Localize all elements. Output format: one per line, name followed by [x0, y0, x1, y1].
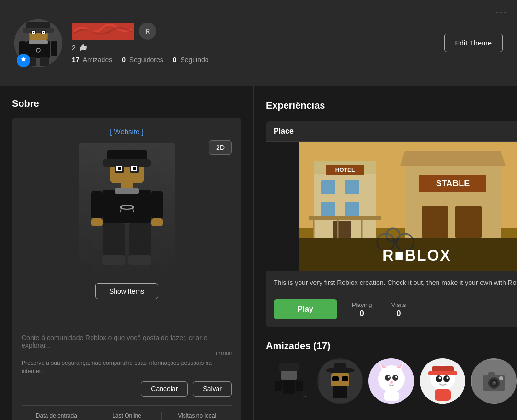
svg-text:STABLE: STABLE	[436, 179, 470, 188]
svg-rect-26	[118, 167, 121, 170]
visits-meta: Visits 0	[391, 301, 406, 318]
svg-text:HOTEL: HOTEL	[335, 167, 355, 173]
visits-stat: Visitas no local 0	[162, 412, 232, 420]
avatar-3d-container: 2D	[22, 140, 232, 274]
visits-label: Visitas no local	[162, 412, 232, 419]
save-button[interactable]: Salvar	[193, 381, 232, 397]
svg-rect-88	[296, 381, 303, 391]
stat-following: 0 Seguindo	[173, 56, 209, 64]
svg-rect-96	[333, 386, 347, 398]
sobre-card: [ Website ]	[12, 118, 241, 420]
svg-rect-86	[283, 380, 295, 394]
action-buttons: Cancelar Salvar	[22, 381, 232, 397]
svg-point-98	[378, 365, 405, 392]
friend-avatar[interactable]	[420, 358, 465, 404]
last-online-label: Last Online	[92, 412, 162, 419]
profile-stats-table: Data de entrada 01/05/2020 Last Online N…	[22, 405, 232, 420]
stat-friends: 17 Amizades	[72, 56, 112, 64]
svg-rect-57	[321, 202, 335, 216]
username-tag-icon: R	[139, 23, 156, 40]
svg-rect-122	[488, 372, 495, 376]
svg-point-107	[390, 381, 393, 384]
svg-point-103	[385, 375, 391, 381]
svg-rect-39	[129, 223, 151, 259]
header-more-options[interactable]: ···	[496, 7, 507, 17]
friend-item	[266, 358, 311, 411]
friend-item	[471, 358, 517, 411]
friend-item	[368, 358, 414, 411]
svg-rect-21	[103, 159, 151, 167]
stat-followers: 0 Seguidores	[122, 56, 163, 64]
entry-date-stat: Data de entrada 01/05/2020	[22, 412, 92, 420]
friends-header: Amizades (17) Ver todos →	[266, 341, 517, 352]
friend-avatar[interactable]	[317, 358, 363, 404]
cancel-button[interactable]: Cancelar	[141, 381, 188, 397]
svg-rect-65	[455, 206, 482, 238]
play-button[interactable]: Play	[274, 299, 337, 319]
svg-rect-29	[103, 190, 151, 223]
place-meta: Playing 0 Visits 0	[352, 301, 406, 318]
experiences-header: Experiências	[266, 98, 517, 113]
profile-left: R 2 17 Amizades 0 Seguidores 0	[14, 19, 209, 67]
svg-rect-33	[91, 218, 103, 226]
playing-meta: Playing 0	[352, 301, 372, 318]
playing-value: 0	[352, 309, 372, 318]
svg-rect-10	[43, 32, 44, 33]
svg-rect-9	[33, 32, 34, 33]
svg-point-104	[392, 375, 398, 381]
friend-item	[420, 358, 465, 411]
svg-rect-117	[435, 389, 451, 401]
profile-info: R 2 17 Amizades 0 Seguidores 0	[72, 23, 209, 64]
svg-rect-27	[133, 167, 136, 170]
svg-marker-61	[400, 151, 506, 166]
svg-rect-13	[51, 41, 57, 56]
left-panel: Sobre [ Website ]	[0, 86, 254, 420]
avatar-container	[14, 19, 62, 67]
svg-point-116	[446, 376, 448, 379]
svg-rect-34	[151, 218, 163, 226]
svg-rect-17	[29, 40, 48, 44]
svg-rect-64	[422, 206, 448, 238]
place-card: Place ··· HOTEL	[266, 121, 517, 327]
place-card-header: Place ···	[266, 121, 517, 142]
visits-meta-label: Visits	[391, 301, 406, 308]
bio-textarea[interactable]	[22, 310, 232, 351]
sobre-title: Sobre	[12, 98, 241, 109]
friends-section: Amizades (17) Ver todos →	[266, 341, 517, 411]
place-footer: Play Playing 0 Visits 0	[266, 295, 517, 327]
visits-meta-value: 0	[391, 309, 406, 318]
friend-avatar[interactable]	[368, 358, 414, 404]
likes-row: 2	[72, 44, 209, 52]
svg-rect-56	[345, 180, 359, 194]
username-scribble	[72, 23, 134, 40]
svg-rect-15	[40, 57, 49, 66]
online-indicator	[303, 395, 310, 402]
svg-rect-41	[128, 255, 151, 265]
svg-rect-30	[115, 188, 139, 194]
friend-avatar[interactable]	[266, 358, 311, 404]
avatar-verified-badge	[17, 54, 30, 67]
friends-grid: Soul	[266, 358, 517, 411]
website-link[interactable]: [ Website ]	[22, 127, 232, 136]
right-panel: Experiências	[254, 86, 517, 420]
svg-point-123	[499, 376, 503, 380]
show-items-button[interactable]: Show Items	[95, 283, 158, 299]
username-area: R	[72, 23, 209, 40]
bio-char-count: 0/1000	[216, 351, 232, 356]
safety-notice: Preserve a sua segurança: não compartilh…	[22, 359, 232, 375]
svg-point-106	[395, 376, 397, 378]
svg-rect-59	[333, 221, 351, 238]
svg-rect-112	[428, 371, 457, 375]
svg-rect-32	[151, 191, 163, 219]
edit-theme-button[interactable]: Edit Theme	[444, 34, 503, 52]
svg-rect-66	[309, 216, 381, 220]
svg-rect-55	[321, 180, 335, 194]
toggle-2d-button[interactable]: 2D	[209, 140, 232, 155]
svg-rect-38	[103, 223, 125, 259]
place-scene-image: HOTEL STABLE	[266, 142, 517, 271]
entry-date-label: Data de entrada	[22, 412, 92, 419]
svg-point-125	[494, 381, 495, 383]
friend-avatar[interactable]	[471, 358, 517, 404]
svg-point-115	[438, 376, 441, 379]
svg-rect-85	[279, 363, 299, 371]
